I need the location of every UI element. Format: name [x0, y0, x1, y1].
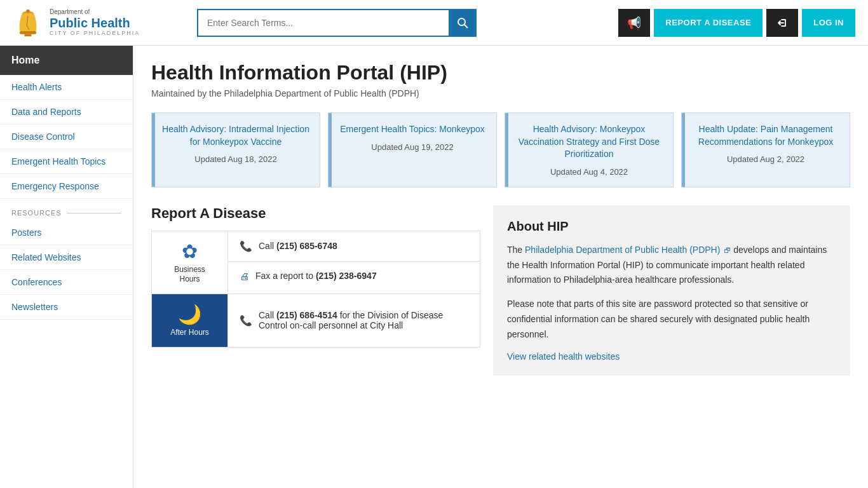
business-hours-label: BusinessHours	[174, 265, 205, 285]
phone-icon-after: 📞	[240, 315, 252, 327]
svg-point-3	[26, 9, 30, 13]
sidebar-item-data-reports[interactable]: Data and Reports	[0, 100, 133, 125]
svg-line-5	[465, 24, 468, 27]
about-hip-section: About HIP The Philadelphia Department of…	[493, 205, 850, 376]
header-actions: 📢 REPORT A DISEASE LOG IN	[618, 9, 855, 37]
advisory-card-date-1: Updated Aug 19, 2022	[339, 142, 486, 152]
login-icon-button[interactable]	[766, 9, 798, 37]
search-area	[197, 9, 477, 37]
advisory-cards: Health Advisory: Intradermal Injection f…	[151, 112, 850, 187]
search-icon	[457, 17, 468, 29]
sun-icon: ✿	[182, 240, 198, 262]
external-icon: 🗗	[724, 247, 731, 254]
biz-phone: (215) 685-6748	[276, 241, 337, 251]
advisory-card-0[interactable]: Health Advisory: Intradermal Injection f…	[151, 112, 320, 187]
about-heading: About HIP	[507, 219, 836, 234]
header: Department of Public Health CITY OF PHIL…	[0, 0, 868, 46]
report-disease-button[interactable]: REPORT A DISEASE	[654, 9, 763, 37]
fax-item: 🖨 Fax a report to (215) 238-6947	[228, 262, 480, 290]
advisory-card-1[interactable]: Emergent Health Topics: Monkeypox Update…	[328, 112, 497, 187]
city-label: CITY OF PHILADELPHIA	[50, 30, 140, 37]
logo-bell-icon	[13, 6, 43, 39]
fax-number: (215) 238-6947	[316, 271, 377, 281]
announce-button[interactable]: 📢	[618, 9, 650, 37]
sidebar: Home Health Alerts Data and Reports Dise…	[0, 46, 133, 488]
signin-icon	[776, 17, 788, 29]
advisory-card-title-0: Health Advisory: Intradermal Injection f…	[162, 123, 309, 148]
main-content: Health Information Portal (HIP) Maintain…	[133, 46, 868, 488]
page-subtitle: Maintained by the Philadelphia Departmen…	[151, 88, 850, 98]
login-button[interactable]: LOG IN	[802, 9, 855, 37]
sidebar-item-disease-control[interactable]: Disease Control	[0, 125, 133, 149]
advisory-card-title-1: Emergent Health Topics: Monkeypox	[339, 123, 486, 136]
advisory-card-title-3: Health Update: Pain Management Recommend…	[692, 123, 839, 148]
sidebar-item-related-websites[interactable]: Related Websites	[0, 245, 133, 270]
advisory-card-date-2: Updated Aug 4, 2022	[515, 167, 663, 177]
view-related-link[interactable]: View related health websites	[507, 351, 620, 362]
fax-text: Fax a report to (215) 238-6947	[255, 271, 377, 281]
sidebar-item-newsletters[interactable]: Newsletters	[0, 295, 133, 320]
advisory-card-date-3: Updated Aug 2, 2022	[692, 154, 839, 164]
about-text-2: Please note that parts of this site are …	[507, 297, 836, 342]
business-hours-row: ✿ BusinessHours 📞 Call (215) 685-6748	[152, 231, 480, 294]
search-button[interactable]	[449, 9, 477, 37]
svg-rect-1	[20, 31, 36, 34]
report-left: Report A Disease ✿ BusinessHours 📞	[151, 205, 480, 376]
business-hours-icon-cell: ✿ BusinessHours	[152, 231, 228, 294]
report-heading: Report A Disease	[151, 205, 480, 222]
after-hours-row: 🌙 After Hours 📞 Call (215) 686-4514 for …	[152, 294, 480, 347]
phone-icon-biz: 📞	[240, 240, 252, 252]
after-hours-label: After Hours	[170, 328, 209, 338]
sidebar-item-emergent-health[interactable]: Emergent Health Topics	[0, 149, 133, 174]
after-call-text: Call (215) 686-4514 for the Division of …	[259, 310, 468, 330]
sidebar-item-emergency-response[interactable]: Emergency Response	[0, 174, 133, 199]
logo-text: Department of Public Health CITY OF PHIL…	[50, 8, 140, 37]
sidebar-item-posters[interactable]: Posters	[0, 220, 133, 245]
sidebar-item-conferences[interactable]: Conferences	[0, 270, 133, 295]
page-layout: Home Health Alerts Data and Reports Dise…	[0, 46, 868, 488]
advisory-card-2[interactable]: Health Advisory: Monkeypox Vaccination S…	[505, 112, 674, 187]
resources-section-label: RESOURCES	[0, 199, 133, 220]
announce-icon: 📢	[627, 16, 641, 30]
advisory-card-3[interactable]: Health Update: Pain Management Recommend…	[681, 112, 850, 187]
advisory-card-title-2: Health Advisory: Monkeypox Vaccination S…	[515, 123, 663, 161]
dept-label: Department of	[50, 8, 140, 16]
after-hours-icon-cell: 🌙 After Hours	[152, 294, 228, 347]
call-biz-text: Call (215) 685-6748	[259, 241, 337, 251]
report-table: ✿ BusinessHours 📞 Call (215) 685-6748	[151, 231, 480, 348]
report-section: Report A Disease ✿ BusinessHours 📞	[151, 205, 850, 376]
advisory-card-date-0: Updated Aug 18, 2022	[162, 154, 309, 164]
pdph-link[interactable]: Philadelphia Department of Public Health…	[525, 245, 720, 255]
business-hours-details: 📞 Call (215) 685-6748 🖨 Fax a report to …	[228, 231, 480, 294]
logo-area: Department of Public Health CITY OF PHIL…	[13, 6, 178, 39]
after-hours-detail: 📞 Call (215) 686-4514 for the Division o…	[228, 294, 480, 347]
fax-icon: 🖨	[240, 271, 249, 281]
page-title: Health Information Portal (HIP)	[151, 61, 850, 85]
search-input[interactable]	[197, 9, 449, 37]
svg-rect-2	[24, 34, 31, 36]
about-text-1: The Philadelphia Department of Public He…	[507, 243, 836, 288]
after-phone: (215) 686-4514	[276, 310, 337, 320]
moon-icon: 🌙	[178, 303, 201, 325]
call-biz-item: 📞 Call (215) 685-6748	[228, 231, 480, 262]
org-name: Public Health	[50, 16, 140, 30]
sidebar-item-health-alerts[interactable]: Health Alerts	[0, 75, 133, 100]
sidebar-item-home[interactable]: Home	[0, 46, 133, 75]
